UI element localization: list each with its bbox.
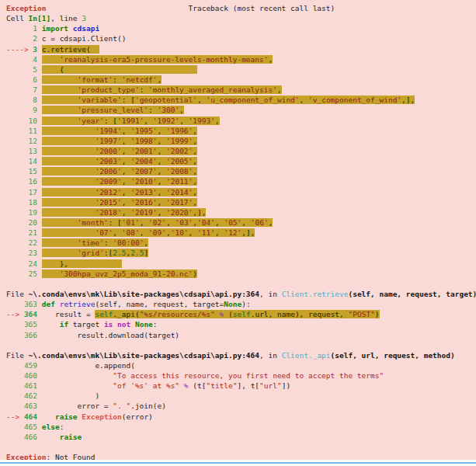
code-line: 25 '300hpa_uvz_2p5_moda_91-20.nc') <box>6 269 476 279</box>
code-line: 1 import cdsapi <box>6 23 476 33</box>
code-line: Cell In[1], line 3 <box>6 13 476 23</box>
code-line: 4 'reanalysis-era5-pressure-levels-month… <box>6 54 476 64</box>
code-line: 461 "of '%s' at %s" % (t["title"], t["ur… <box>6 381 476 391</box>
code-line: 18 '2015', '2016', '2017', <box>6 197 476 207</box>
code-line: ----> 3 c.retrieve( <box>6 44 476 54</box>
blank-line <box>6 442 476 452</box>
code-line: 462 ) <box>6 391 476 401</box>
code-line: 22 'time': '00:00', <box>6 238 476 248</box>
code-line: 12 '1997', '1998', '1999', <box>6 136 476 146</box>
blank-line <box>6 340 476 350</box>
code-line: 13 '2000', '2001', '2002', <box>6 146 476 156</box>
code-line: 20 'month': ['01', '02', '03','04', '05'… <box>6 217 476 228</box>
code-line: 9 'pressure_level': '300', <box>6 105 476 115</box>
code-line: 5 { <box>6 64 476 75</box>
code-line: 463 error = ". ".join(e) <box>6 401 476 411</box>
blank-line <box>6 279 476 289</box>
code-line: 459 e.append( <box>6 360 476 370</box>
code-line: 466 raise <box>6 432 476 442</box>
code-line: 11 '1994', '1995', '1996', <box>6 126 476 136</box>
code-line: 15 '2006', '2007', '2008', <box>6 166 476 176</box>
code-line: 16 '2009', '2010', '2011', <box>6 176 476 186</box>
code-line: 6 'format': 'netcdf', <box>6 75 476 85</box>
code-line: 363 def retrieve(self, name, request, ta… <box>6 299 476 309</box>
code-line: 10 'year': ['1991', '1992', '1993', <box>6 116 476 126</box>
code-line: 19 '2018', '2019', '2020',], <box>6 207 476 217</box>
code-line: Exception Traceback (most recent call la… <box>6 3 476 13</box>
code-line: 23 'grid':[2.5,2.5] <box>6 248 476 258</box>
code-line: --> 464 raise Exception(error) <box>6 412 476 422</box>
code-line: 365 if target is not None: <box>6 319 476 329</box>
traceback-output: Exception Traceback (most recent call la… <box>0 0 476 460</box>
notebook-output-area: Exception Traceback (most recent call la… <box>0 0 476 466</box>
code-line: 2 c = cdsapi.Client() <box>6 33 476 43</box>
code-line: 8 'variable': ['geopotential', 'u_compon… <box>6 95 476 105</box>
code-line: 465 else: <box>6 422 476 432</box>
code-line: 24 }, <box>6 259 476 269</box>
code-line: 7 'product_type': 'monthly_averaged_rean… <box>6 85 476 95</box>
code-line: 21 '07', '08', '09','10', '11', '12',], <box>6 228 476 238</box>
code-line: 17 '2012', '2013', '2014', <box>6 187 476 197</box>
code-line: 366 result.download(target) <box>6 330 476 340</box>
code-line: 14 '2003', '2004', '2005', <box>6 156 476 166</box>
code-line: 460 "To access this resource, you first … <box>6 370 476 381</box>
code-line: --> 364 result = self._api("%s/resources… <box>6 309 476 319</box>
code-line: File ~\.conda\envs\mk\Lib\site-packages\… <box>6 350 476 360</box>
code-line: File ~\.conda\envs\mk\Lib\site-packages\… <box>6 289 476 299</box>
code-line: Exception: Not Found <box>6 452 476 460</box>
